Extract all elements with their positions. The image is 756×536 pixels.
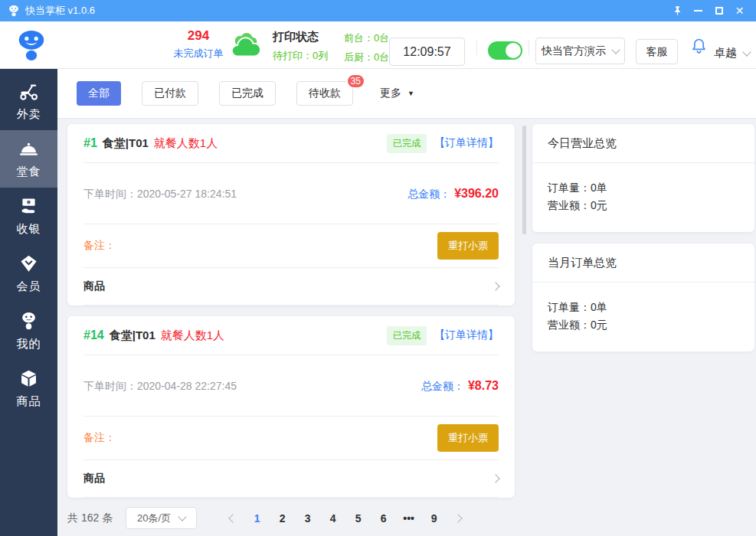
cloche-icon — [18, 139, 39, 159]
user-name: 卓越 — [714, 46, 737, 60]
box-icon — [18, 368, 39, 389]
unfinished-orders-stat: 294 未完成订单 — [169, 28, 228, 60]
chevron-right-icon — [491, 474, 499, 482]
page-button-1[interactable]: 1 — [244, 512, 270, 525]
total-value: ¥396.20 — [454, 187, 499, 201]
order-diners: 就餐人数1人 — [161, 328, 224, 343]
order-card: #1 食堂|T01 就餐人数1人 已完成 【订单详情】 下单时间：2020-05… — [67, 124, 515, 306]
print-status-title: 打印状态 — [273, 30, 328, 44]
revenue-line: 营业额：0元 — [548, 316, 739, 334]
sidebar-item-label: 商品 — [17, 394, 41, 409]
page-button-3[interactable]: 3 — [295, 512, 320, 525]
reprint-ticket-button[interactable]: 重打小票 — [437, 424, 499, 452]
chevron-down-icon — [178, 512, 187, 521]
list-scrollbar[interactable] — [522, 126, 526, 234]
summary-body: 订单量：0单 营业额：0元 — [532, 163, 754, 232]
store-selector[interactable]: 快当官方演示 — [535, 38, 625, 64]
page-button-5[interactable]: 5 — [345, 512, 371, 525]
page-size-select[interactable]: 20条/页 — [126, 507, 197, 529]
cashier-hand-icon — [18, 196, 39, 217]
cloud-print-icon — [229, 32, 264, 64]
page-button-9[interactable]: 9 — [421, 512, 447, 525]
page-ellipsis[interactable]: ••• — [396, 512, 421, 525]
scooter-icon — [18, 81, 39, 102]
order-card: #14 食堂|T01 就餐人数1人 已完成 【订单详情】 下单时间：2020-0… — [67, 316, 515, 498]
order-detail-link[interactable]: 【订单详情】 — [434, 328, 499, 342]
support-button[interactable]: 客服 — [636, 39, 678, 64]
order-time-value: 2020-04-28 22:27:45 — [137, 380, 237, 392]
minimize-button[interactable] — [692, 5, 704, 17]
next-page-button[interactable] — [447, 515, 470, 521]
order-diners: 就餐人数1人 — [154, 136, 218, 151]
store-selector-label: 快当官方演示 — [542, 44, 606, 58]
order-card-header: #14 食堂|T01 就餐人数1人 已完成 【订单详情】 — [83, 316, 499, 355]
maximize-button[interactable] — [713, 5, 725, 17]
order-time-value: 2020-05-27 18:24:51 — [137, 188, 237, 200]
front-desk-count: 前台：0台 — [344, 31, 389, 45]
sidebar-item-label: 收银 — [17, 222, 41, 237]
chevron-right-icon — [491, 282, 499, 290]
total-label: 总金额： — [407, 188, 450, 201]
kitchen-count: 后厨：0台 — [344, 51, 389, 64]
status-badge: 已完成 — [387, 134, 427, 153]
order-list: #1 食堂|T01 就餐人数1人 已完成 【订单详情】 下单时间：2020-05… — [67, 124, 515, 508]
window-title: 快当掌柜 v1.0.6 — [25, 4, 95, 18]
order-card-header: #1 食堂|T01 就餐人数1人 已完成 【订单详情】 — [83, 124, 499, 163]
pin-icon[interactable] — [672, 5, 683, 17]
print-pending-count: 待打印：0列 — [273, 49, 328, 63]
order-count-line: 订单量：0单 — [548, 179, 739, 197]
divider — [476, 41, 477, 55]
order-detail-link[interactable]: 【订单详情】 — [434, 136, 499, 150]
sidebar-item-mine[interactable]: 我的 — [0, 302, 57, 360]
sidebar-item-takeout[interactable]: 外卖 — [0, 73, 57, 130]
summary-title: 当月订单总览 — [532, 243, 754, 283]
tab-completed[interactable]: 已完成 — [219, 81, 276, 106]
goods-label: 商品 — [83, 279, 105, 293]
goods-label: 商品 — [83, 472, 105, 485]
sidebar: 外卖 堂食 收银 会员 我的 商品 — [0, 69, 57, 536]
pending-count-badge: 35 — [346, 74, 365, 89]
chevron-right-icon — [453, 514, 462, 522]
summary-panel: 今日营业总览 订单量：0单 营业额：0元 当月订单总览 订单量：0单 营业额：0… — [532, 124, 754, 363]
bell-icon[interactable] — [691, 37, 707, 57]
tab-label: 待收款 — [309, 87, 341, 100]
sidebar-item-cashier[interactable]: 收银 — [0, 188, 57, 245]
more-dropdown[interactable]: 更多 ▼ — [380, 87, 414, 100]
page-button-6[interactable]: 6 — [371, 512, 396, 525]
chevron-left-icon — [228, 514, 237, 522]
sidebar-item-products[interactable]: 商品 — [0, 360, 57, 417]
window-controls: ✕ — [672, 5, 748, 17]
sidebar-item-dinein[interactable]: 堂食 — [0, 130, 57, 188]
main-content: 全部 已付款 已完成 待收款 35 更多 ▼ #1 食堂|T01 就餐人数1人 … — [57, 69, 756, 536]
tab-pending-payment[interactable]: 待收款 35 — [296, 81, 353, 106]
sidebar-item-label: 堂食 — [17, 165, 41, 179]
order-goods-row[interactable]: 商品 — [83, 460, 499, 498]
robot-face-icon — [18, 311, 39, 332]
reprint-ticket-button[interactable]: 重打小票 — [437, 232, 499, 260]
order-count-line: 订单量：0单 — [548, 299, 739, 316]
divider — [529, 41, 529, 55]
order-total: 总金额： ¥396.20 — [407, 187, 499, 201]
order-time: 下单时间：2020-05-27 18:24:51 — [83, 188, 237, 201]
page-button-2[interactable]: 2 — [270, 512, 295, 525]
page-size-label: 20条/页 — [137, 511, 171, 525]
sound-toggle[interactable] — [488, 41, 522, 60]
order-time-label: 下单时间： — [83, 188, 137, 200]
order-goods-row[interactable]: 商品 — [83, 268, 499, 306]
total-value: ¥8.73 — [468, 379, 499, 393]
chevron-down-icon — [742, 47, 751, 56]
page-button-4[interactable]: 4 — [320, 512, 345, 525]
prev-page-button[interactable] — [221, 515, 244, 521]
order-number: #1 — [83, 136, 97, 150]
tab-all[interactable]: 全部 — [77, 81, 121, 106]
note-label: 备注： — [83, 239, 116, 253]
summary-body: 订单量：0单 营业额：0元 — [532, 283, 754, 351]
tab-paid[interactable]: 已付款 — [142, 81, 198, 106]
sidebar-item-member[interactable]: 会员 — [0, 245, 57, 302]
today-summary-card: 今日营业总览 订单量：0单 营业额：0元 — [532, 124, 754, 232]
brand-robot-icon — [14, 29, 49, 64]
unfinished-label: 未完成订单 — [169, 47, 228, 60]
close-button[interactable]: ✕ — [734, 5, 745, 17]
order-table: 食堂|T01 — [103, 136, 149, 151]
user-menu[interactable]: 卓越 — [714, 46, 750, 60]
